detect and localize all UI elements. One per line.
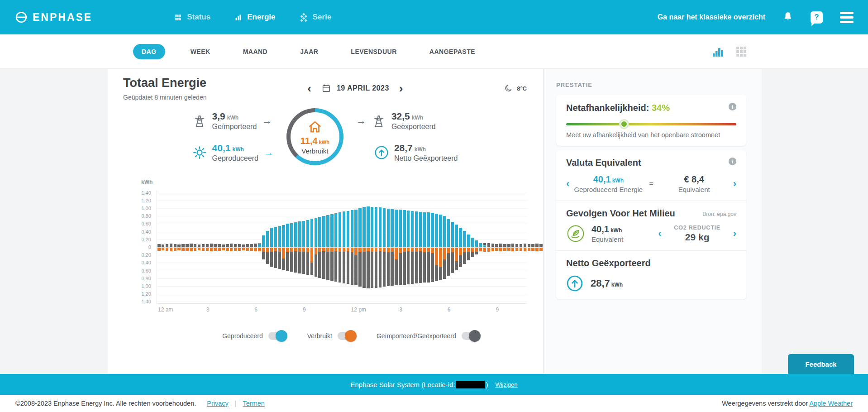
bar-chart-icon <box>234 13 243 22</box>
content-area: Totaal Energie Geüpdatet 8 minuten geled… <box>0 69 868 374</box>
site-footer-bar: Enphase Solar System (Locatie-id: ) Wijz… <box>0 374 868 395</box>
feedback-button[interactable]: Feedback <box>788 354 854 374</box>
copyright-text: ©2008-2023 Enphase Energy Inc. Alle rech… <box>15 400 196 407</box>
chart-bar <box>270 228 273 247</box>
enphase-logo-icon <box>14 10 28 24</box>
tab-week[interactable]: WEEK <box>183 44 218 59</box>
toggle-geproduceerd[interactable] <box>268 332 286 340</box>
prev-impact-button[interactable]: ‹ <box>658 229 661 239</box>
enphase-app: ENPHASE Status Energie Serie <box>0 0 868 412</box>
slider-knob[interactable] <box>619 119 629 129</box>
toggle-import-export[interactable] <box>462 332 480 340</box>
next-impact-button[interactable]: › <box>733 229 736 239</box>
chart-bar <box>330 252 333 281</box>
nav-item-label: Energie <box>247 13 275 22</box>
chart-bar <box>535 248 538 251</box>
info-icon[interactable]: i <box>729 103 736 110</box>
site-id-redacted <box>456 381 485 388</box>
classic-view-link[interactable]: Ga naar het klassieke overzicht <box>658 13 765 21</box>
site-name-label: Enphase Solar System (Locatie-id: <box>350 381 455 388</box>
currency-right-label: Equivalent <box>655 186 733 193</box>
chart-bar <box>507 248 510 251</box>
next-day-button[interactable]: › <box>399 82 403 94</box>
nav-item-serie[interactable]: Serie <box>299 13 332 22</box>
chart-bar <box>294 248 297 251</box>
chart-bar <box>358 252 361 287</box>
chart-bar <box>354 255 357 285</box>
chart-bar <box>419 248 422 251</box>
energy-flow-diagram: 3,9kWh Geïmporteerd → 40,1kWh Geproducee… <box>123 108 527 165</box>
date-picker[interactable]: 19 APRIL 2023 <box>321 83 389 93</box>
chart-bar <box>483 243 486 244</box>
terms-link[interactable]: Termen <box>243 400 265 407</box>
tab-maand[interactable]: MAAND <box>236 44 275 59</box>
chart-bar <box>439 248 442 267</box>
change-site-link[interactable]: Wijzigen <box>495 381 517 388</box>
grid-tower-icon <box>192 113 207 129</box>
apple-weather-link[interactable]: Apple Weather <box>809 400 853 407</box>
chart-bar <box>306 220 309 247</box>
chart-bar <box>431 253 434 282</box>
flow-exported: → 32,5kWh Geëxporteerd <box>356 111 458 131</box>
chart-bar <box>427 212 429 247</box>
diamonds-icon <box>299 13 308 22</box>
chart-bar <box>230 244 233 247</box>
enphase-logo[interactable]: ENPHASE <box>14 10 92 24</box>
grid-independence-card: Netafhankelijkheid: 34% i Meet uw afhank… <box>556 95 746 146</box>
tab-jaar[interactable]: JAAR <box>293 44 325 59</box>
chart-bar <box>407 251 410 284</box>
chart-bar <box>475 240 478 247</box>
chart-bar <box>535 244 538 247</box>
net-exported-label: Netto Geëxporteerd <box>394 154 458 163</box>
chart-bar <box>463 231 466 247</box>
chart-bar <box>298 248 301 252</box>
chart-bar <box>254 248 257 251</box>
chart-bar <box>495 248 498 251</box>
chart-bar <box>367 248 369 251</box>
info-icon[interactable]: i <box>729 158 736 165</box>
chart-bar <box>487 248 490 252</box>
chart-bar <box>290 252 293 272</box>
menu-icon[interactable] <box>840 12 854 23</box>
chart-bar <box>194 244 196 247</box>
chart-bar <box>528 248 530 251</box>
chart-bar <box>318 248 321 252</box>
chart-bar <box>415 252 418 284</box>
chart-bar <box>503 244 506 247</box>
tab-aangepaste[interactable]: AANGEPASTE <box>422 44 482 59</box>
toggle-verbruikt[interactable] <box>338 332 356 340</box>
bar-chart-view-icon[interactable] <box>712 46 723 57</box>
privacy-link[interactable]: Privacy <box>207 400 229 407</box>
chart-bar <box>451 248 454 252</box>
independence-slider[interactable] <box>566 119 736 129</box>
imported-unit: kWh <box>227 115 238 121</box>
prev-day-button[interactable]: ‹ <box>307 82 311 94</box>
chart-bar <box>395 259 397 286</box>
next-metric-button[interactable]: › <box>733 179 736 189</box>
chart-plot[interactable] <box>157 191 527 304</box>
tab-levensduur[interactable]: LEVENSDUUR <box>343 44 404 59</box>
chart-bar <box>463 248 466 252</box>
nav-item-energie[interactable]: Energie <box>234 13 275 22</box>
tab-dag[interactable]: DAG <box>133 44 165 59</box>
chart-bar <box>226 248 229 251</box>
chart-bar <box>270 248 273 252</box>
prev-metric-button[interactable]: ‹ <box>566 179 569 189</box>
y-axis-unit-label: kWh <box>141 179 527 185</box>
nav-item-status[interactable]: Status <box>174 13 210 22</box>
chart-bar <box>310 219 313 247</box>
chart-bar <box>495 244 498 247</box>
chart-bar <box>318 217 321 247</box>
bell-icon[interactable] <box>782 11 793 23</box>
environment-value: 40,1 <box>591 224 609 234</box>
chart-bar <box>318 252 321 278</box>
chart-bar <box>358 248 361 252</box>
grid-view-icon[interactable] <box>736 46 747 57</box>
chart-bar <box>238 244 241 247</box>
chart-bar <box>339 248 341 252</box>
chart-bar <box>186 244 188 247</box>
chart-bar <box>347 248 349 251</box>
chart-bar <box>177 244 180 247</box>
help-icon[interactable]: ? <box>811 11 823 24</box>
chart-bar <box>322 251 325 279</box>
